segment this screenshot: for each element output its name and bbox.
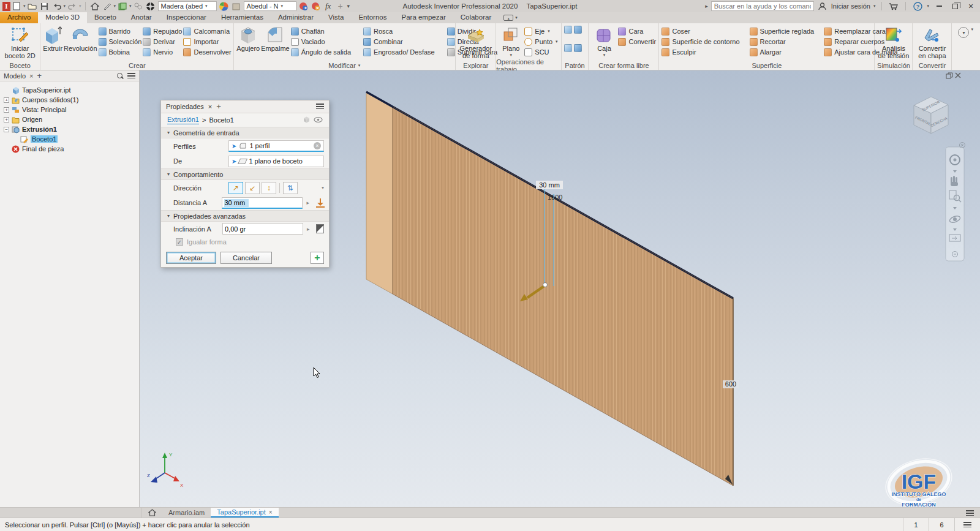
sign-in-dropdown[interactable]: ▾	[873, 4, 876, 9]
material-select[interactable]: Madera (abed▾	[158, 1, 217, 11]
grip-dot[interactable]	[543, 283, 548, 287]
search-collapse-arrow[interactable]: ▸	[705, 3, 708, 9]
tree-item-part[interactable]: TapaSuperior.ipt	[4, 85, 139, 95]
doc-window-controls[interactable]	[946, 73, 960, 78]
desenvolver-button[interactable]: Desenvolver	[183, 48, 231, 56]
expander-icon[interactable]: −	[4, 127, 9, 132]
ribbon-collapse-dropdown[interactable]: ▾	[971, 27, 973, 32]
minimize-button[interactable]	[932, 1, 946, 12]
modificar-flyout-arrow[interactable]: ▾	[358, 63, 361, 68]
undo-dropdown[interactable]: ▾	[64, 4, 66, 9]
recortar-button[interactable]: Recortar	[750, 37, 815, 46]
panel-label-operaciones[interactable]: Operaciones de trabajo	[496, 61, 560, 70]
tab-anotar[interactable]: Anotar	[124, 12, 159, 23]
close-button[interactable]: ×	[964, 1, 978, 12]
tab-colaborar[interactable]: Colaborar	[453, 12, 499, 23]
browser-search-icon[interactable]	[116, 72, 124, 80]
viewcube[interactable]: SUPERIOR FRONTAL DERECHA	[914, 97, 948, 134]
tree-item-extrusion1[interactable]: − Extrusión1	[4, 124, 139, 134]
tree-item-cuerpos-solidos[interactable]: + Cuerpos sólidos(1)	[4, 95, 139, 105]
pan-hand-icon[interactable]	[951, 176, 958, 186]
analisis-tension-button[interactable]: Análisis de tensión	[877, 25, 910, 59]
appearance-select[interactable]: Abedul - N▾	[244, 1, 296, 11]
home-button[interactable]	[89, 1, 100, 11]
simetria-button[interactable]	[574, 26, 582, 34]
igualar-forma-checkbox[interactable]: ✓	[176, 238, 183, 246]
angulo-salida-button[interactable]: Ángulo de salida	[291, 48, 351, 56]
taper-icon[interactable]	[316, 224, 324, 233]
dim-height-label[interactable]: 600	[723, 380, 739, 388]
clear-appearance-icon[interactable]	[311, 1, 322, 11]
patron-boceto-button[interactable]	[574, 44, 582, 52]
help-dropdown[interactable]: ▾	[927, 4, 929, 9]
panel-label-simulacion[interactable]: Simulación	[875, 61, 912, 70]
help-icon[interactable]: ?	[912, 1, 923, 11]
coser-button[interactable]: Coser	[662, 27, 739, 36]
help-search-input[interactable]	[711, 1, 814, 11]
tab-vista[interactable]: Vista	[321, 12, 351, 23]
color-wheel-icon[interactable]	[219, 1, 230, 11]
convertir-chapa-button[interactable]: Convertir en chapa	[915, 25, 949, 59]
caja-button[interactable]: Caja ▾	[591, 25, 617, 57]
section-comportamiento[interactable]: ▾Comportamiento	[161, 168, 329, 180]
perfiles-selector[interactable]: ➤ 1 perfil ×	[228, 140, 324, 152]
expander-icon[interactable]: +	[4, 107, 9, 113]
qat-customize-dropdown[interactable]: ▾	[347, 3, 350, 9]
browser-tab-modelo[interactable]: Modelo	[4, 72, 26, 80]
engrosado-button[interactable]: Engrosado/ Desfase	[363, 48, 435, 56]
derivar-button[interactable]: Derivar	[143, 37, 182, 46]
tree-item-vista-principal[interactable]: + Vista: Principal	[4, 105, 139, 115]
tab-inspeccionar[interactable]: Inspeccionar	[159, 12, 214, 23]
tab-para-empezar[interactable]: Para empezar	[394, 12, 453, 23]
tab-entornos[interactable]: Entornos	[351, 12, 394, 23]
panel-label-convertir[interactable]: Convertir	[913, 61, 951, 70]
dim-thickness-label[interactable]: 30 mm	[536, 181, 563, 189]
panel-label-patron[interactable]: Patrón	[562, 61, 589, 70]
tab-herramientas[interactable]: Herramientas	[214, 12, 271, 23]
solevacion-button[interactable]: Solevación	[99, 37, 142, 46]
breadcrumb-extrusion1-link[interactable]: Extrusión1	[167, 116, 199, 124]
scu-button[interactable]: SCU	[524, 48, 558, 56]
calcomania-button[interactable]: Calcomanía	[183, 27, 231, 36]
combinar-button[interactable]: Combinar	[363, 37, 435, 46]
eje-button[interactable]: Eje▾	[524, 27, 558, 36]
add-feature-button[interactable]: +	[311, 252, 324, 264]
tree-item-origen[interactable]: + Origen	[4, 115, 139, 124]
panel-label-forma-libre[interactable]: Crear forma libre	[589, 61, 658, 70]
new-file-dropdown[interactable]: ▾	[23, 4, 26, 9]
redo-button[interactable]	[67, 1, 78, 11]
doc-restore-icon[interactable]	[946, 73, 952, 78]
undo-button[interactable]	[51, 1, 62, 11]
doc-tab-armario[interactable]: Armario.iam	[162, 508, 211, 518]
properties-add-tab-icon[interactable]: +	[216, 102, 221, 111]
tree-item-boceto1[interactable]: Boceto1	[12, 134, 139, 144]
browser-add-tab-icon[interactable]: +	[37, 71, 42, 80]
tab-modelo-3d[interactable]: Modelo 3D	[38, 12, 87, 23]
tab-administrar[interactable]: Administrar	[271, 12, 321, 23]
panel-label-superficie[interactable]: Superficie	[659, 61, 874, 70]
importar-button[interactable]: Importar	[183, 37, 231, 46]
add-qat-button[interactable]: +	[335, 1, 346, 11]
restore-button[interactable]	[948, 1, 962, 12]
to-extent-icon[interactable]	[315, 198, 324, 208]
alargar-button[interactable]: Alargar	[750, 48, 815, 56]
doc-tabs-menu[interactable]	[960, 508, 980, 518]
browser-close-icon[interactable]: ×	[29, 72, 33, 80]
viewport-3d[interactable]: 30 mm 1500 600 SUPERIOR FRONTAL DERECHA	[140, 70, 980, 507]
plano-dropdown[interactable]: ▾	[510, 53, 513, 57]
vaciado-button[interactable]: Vaciado	[291, 37, 351, 46]
rosca-button[interactable]: Rosca	[363, 27, 435, 36]
cara-button[interactable]: Cara	[618, 27, 656, 36]
ribbon-collapse-button[interactable]: ▾	[958, 27, 969, 38]
de-selector[interactable]: ➤ 1 plano de boceto	[228, 156, 324, 167]
visibility-eye-icon[interactable]	[314, 116, 323, 124]
browser-menu-icon[interactable]	[127, 73, 135, 78]
panel-label-crear[interactable]: Crear	[40, 61, 233, 70]
doc-tab-tapasuperior[interactable]: TapaSuperior.ipt ×	[211, 508, 278, 518]
caja-dropdown[interactable]: ▾	[603, 53, 606, 57]
tab-boceto[interactable]: Boceto	[87, 12, 124, 23]
navigation-bar[interactable]	[946, 143, 965, 262]
adjust-appearance-icon[interactable]	[298, 1, 309, 11]
store-cart-icon[interactable]	[888, 1, 899, 11]
new-file-button[interactable]	[11, 1, 22, 11]
